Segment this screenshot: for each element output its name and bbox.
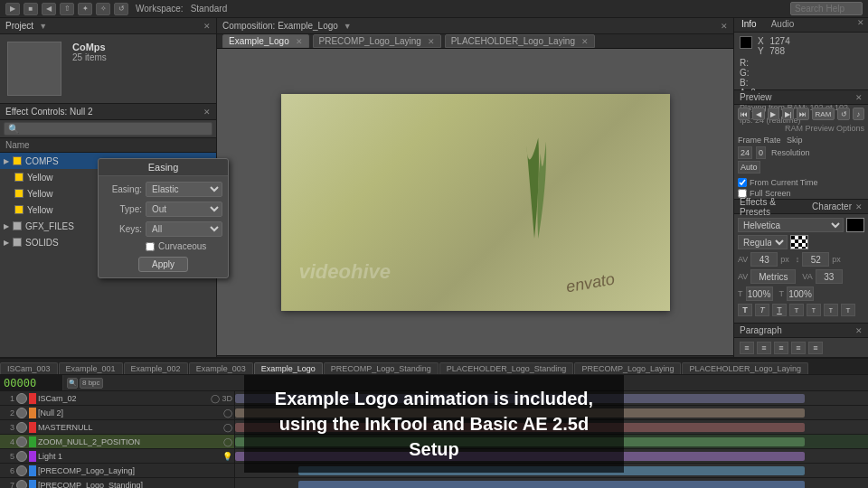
layer-vis-6[interactable] xyxy=(16,465,27,476)
easing-type-label: Type: xyxy=(104,204,142,214)
tl-bar-1 xyxy=(235,394,805,403)
effect-controls-title: Effect Controls: Null 2 xyxy=(5,107,93,117)
toolbar-btn-6[interactable]: ✧ xyxy=(96,3,110,15)
tab-placeholder-laying-close[interactable]: ✕ xyxy=(581,37,589,46)
comp-panel-close[interactable]: ✕ xyxy=(721,22,728,31)
tl-tab-iscam[interactable]: ISCam_003 xyxy=(0,362,58,374)
char-btn-b[interactable]: T xyxy=(738,304,752,316)
skip-val[interactable]: 0 xyxy=(756,146,766,159)
preview-audio-btn[interactable]: ♪ xyxy=(853,108,864,120)
layer-row-7[interactable]: 7 [PRECOMP_Logo_Standing] xyxy=(0,478,234,488)
para-align-center[interactable]: ≡ xyxy=(757,342,771,354)
framerate-val[interactable]: 24 xyxy=(738,146,752,159)
layer-row-2[interactable]: 2 [Null 2] ◯ xyxy=(0,406,234,420)
effect-controls-close[interactable]: ✕ xyxy=(203,108,211,117)
char-btn-sup[interactable]: T xyxy=(807,304,821,316)
char-btn-all[interactable]: T xyxy=(841,304,855,316)
comp-panel-menu[interactable]: ▼ xyxy=(344,22,352,31)
preview-close[interactable]: ✕ xyxy=(855,93,863,102)
layer-vis-7[interactable] xyxy=(16,480,27,489)
tl-tab-ex2[interactable]: Example_002 xyxy=(124,362,188,374)
char-style-select[interactable]: Regular xyxy=(738,235,788,249)
tl-tab-logo[interactable]: Example_Logo xyxy=(254,362,323,374)
char-stroke-swatch[interactable] xyxy=(790,235,808,249)
info-tabs: Info Audio ✕ xyxy=(734,18,868,33)
para-justify[interactable]: ≡ xyxy=(791,342,806,354)
toolbar-btn-2[interactable]: ■ xyxy=(24,3,38,15)
char-leading-val[interactable]: 52 xyxy=(802,252,829,267)
char-btn-u[interactable]: T xyxy=(772,304,787,316)
tab-info[interactable]: Info xyxy=(734,18,764,32)
char-size-val[interactable]: 43 xyxy=(750,252,778,267)
panel-close-icon[interactable]: ✕ xyxy=(203,22,211,31)
char-tracking-val[interactable]: 33 xyxy=(816,269,843,284)
tl-btn-8bpc[interactable]: 8 bpc xyxy=(80,378,103,389)
toolbar-btn-5[interactable]: ✦ xyxy=(78,3,92,15)
tl-track-7 xyxy=(235,478,868,488)
layer-row-5[interactable]: 5 Light 1 💡 xyxy=(0,449,234,464)
para-align-right[interactable]: ≡ xyxy=(774,342,788,354)
para-align-left[interactable]: ≡ xyxy=(740,342,754,354)
tab-precomp-laying[interactable]: PRECOMP_Logo_Laying ✕ xyxy=(313,34,441,48)
curvaceous-checkbox[interactable] xyxy=(146,242,155,251)
char-color-swatch[interactable] xyxy=(846,218,864,232)
easing-type-select[interactable]: Out In In & Out xyxy=(146,202,222,217)
timeline-tabs: ISCam_003 Example_001 Example_002 Exampl… xyxy=(0,359,868,375)
layer-vis-4[interactable] xyxy=(16,436,27,447)
tl-tab-placeholder-laying[interactable]: PLACEHOLDER_Logo_Laying xyxy=(682,362,808,374)
preview-ram-btn[interactable]: RAM xyxy=(812,108,835,120)
preview-ram-options[interactable]: RAM Preview Options xyxy=(734,123,868,134)
files-search-input[interactable] xyxy=(4,122,212,136)
toolbar-btn-1[interactable]: ▶ xyxy=(5,3,20,15)
info-panel-close[interactable]: ✕ xyxy=(857,18,864,32)
toolbar-btn-3[interactable]: ◀ xyxy=(42,3,56,15)
paragraph-close[interactable]: ✕ xyxy=(855,326,863,335)
layer-vis-5[interactable] xyxy=(16,451,27,462)
char-btn-s[interactable]: T xyxy=(789,304,804,316)
tl-tab-precomp-standing[interactable]: PRECOMP_Logo_Standing xyxy=(324,362,439,374)
tab-placeholder-laying[interactable]: PLACEHOLDER_Logo_Laying ✕ xyxy=(445,34,595,48)
preview-next-btn[interactable]: ▶| xyxy=(782,108,794,120)
layer-vis-3[interactable] xyxy=(16,422,27,433)
search-input[interactable] xyxy=(790,2,863,15)
char-scale-v-val[interactable]: 100% xyxy=(787,286,814,301)
preview-first-btn[interactable]: ⏮ xyxy=(738,108,750,120)
from-current-checkbox[interactable] xyxy=(738,178,747,187)
layer-row-6[interactable]: 6 [PRECOMP_Logo_Laying] xyxy=(0,464,234,478)
tl-tab-ex3[interactable]: Example_003 xyxy=(189,362,253,374)
tl-tab-placeholder-standing[interactable]: PLACEHOLDER_Logo_Standing xyxy=(439,362,574,374)
layer-vis-2[interactable] xyxy=(16,408,27,418)
preview-loop-btn[interactable]: ↺ xyxy=(837,108,849,120)
easing-keys-select[interactable]: All Selected xyxy=(146,221,222,237)
tab-precomp-laying-close[interactable]: ✕ xyxy=(428,37,435,46)
character-panel: Helvetica Regular AV 43 px ↕ xyxy=(734,214,868,323)
char-btn-sub[interactable]: T xyxy=(824,304,838,316)
toolbar-btn-4[interactable]: ⇧ xyxy=(60,3,74,15)
char-font-select[interactable]: Helvetica xyxy=(738,218,844,232)
apply-button[interactable]: Apply xyxy=(138,257,188,272)
tab-example-logo-close[interactable]: ✕ xyxy=(296,37,303,46)
tab-audio[interactable]: Audio xyxy=(764,18,802,32)
char-btn-i[interactable]: T xyxy=(755,304,769,316)
layer-row-4[interactable]: 4 ZOOM_NULL_2_POSITION ◯ xyxy=(0,435,234,449)
para-justify-all[interactable]: ≡ xyxy=(808,342,823,354)
preview-last-btn[interactable]: ⏭ xyxy=(797,108,808,120)
curvaceous-label: Curvaceous xyxy=(158,241,206,251)
info-panel: Info Audio ✕ X 1274 Y 788 xyxy=(734,18,868,90)
preview-play-btn[interactable]: ▶ xyxy=(768,108,779,120)
layer-row-3[interactable]: 3 MASTERNULL ◯ xyxy=(0,420,234,435)
toolbar-btn-7[interactable]: ↺ xyxy=(114,3,128,15)
resolution-val[interactable]: Auto xyxy=(738,161,760,174)
tab-example-logo[interactable]: Example_Logo ✕ xyxy=(222,34,309,48)
tl-btn-search[interactable]: 🔍 xyxy=(67,378,78,389)
tl-tab-ex1[interactable]: Example_001 xyxy=(59,362,123,374)
tl-tab-precomp-laying[interactable]: PRECOMP_Logo_Laying xyxy=(574,362,681,374)
effects-close[interactable]: ✕ xyxy=(855,202,863,211)
char-scale-h-val[interactable]: 100% xyxy=(746,286,773,301)
char-kerning-val[interactable]: Metrics xyxy=(750,269,796,284)
preview-prev-btn[interactable]: ◀ xyxy=(752,108,764,120)
char-leading-unit: px xyxy=(832,255,841,264)
layer-vis-1[interactable] xyxy=(16,393,27,404)
layer-row-1[interactable]: 1 ISCam_02 ◯ 3D xyxy=(0,391,234,406)
easing-easing-select[interactable]: Elastic Ease In Ease Out Bounce xyxy=(146,182,222,197)
